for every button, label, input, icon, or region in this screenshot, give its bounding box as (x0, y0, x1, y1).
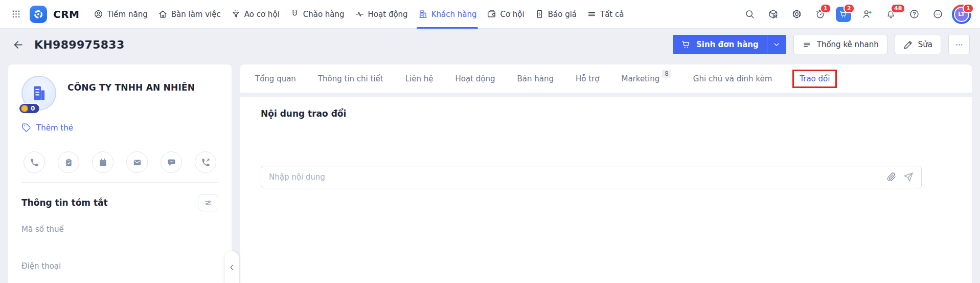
ellipsis-icon (954, 40, 964, 50)
tab-label: Liên hệ (405, 74, 434, 83)
nav-item-chao-hang[interactable]: Chào hàng (285, 0, 350, 29)
calendar-button[interactable] (92, 151, 113, 173)
tab-label: Marketing (621, 74, 659, 83)
add-user-button[interactable] (855, 3, 879, 26)
divider (21, 142, 218, 142)
building-icon (29, 83, 49, 103)
chevron-down-icon (772, 40, 781, 49)
record-code-title: KH989975833 (34, 38, 125, 51)
sms-button[interactable] (161, 151, 182, 173)
attach-file-button[interactable] (887, 172, 896, 182)
record-main-column: Tổng quan Thông tin chi tiết Liên hệ Hoạ… (240, 64, 972, 283)
tab-hoat-dong[interactable]: Hoạt động (453, 70, 496, 88)
opportunity-pool-funnel-icon (231, 9, 241, 19)
quick-action-row (21, 151, 218, 173)
search-button[interactable] (738, 3, 761, 26)
nav-item-label: Báo giá (548, 10, 577, 19)
email-button[interactable] (126, 151, 148, 173)
email-icon (132, 158, 142, 167)
tab-marketing-badge: 8 (662, 70, 671, 78)
settings-button[interactable] (785, 3, 808, 26)
nav-item-hoat-dong[interactable]: Hoạt động (350, 0, 413, 29)
help-button[interactable] (902, 3, 926, 26)
send-message-button[interactable] (903, 172, 914, 182)
summary-config-button[interactable] (198, 194, 218, 211)
record-header: KH989975833 Sinh đơn hàng Thống kê nhanh… (0, 29, 980, 60)
search-icon (744, 9, 755, 19)
lead-person-icon (94, 9, 103, 19)
nav-item-khach-hang[interactable]: Khách hàng (413, 0, 482, 29)
tag-icon (21, 123, 31, 133)
nav-item-co-hoi[interactable]: Cơ hội (482, 0, 529, 29)
user-avatar[interactable]: LT 1 (949, 3, 974, 26)
workspace-home-icon (158, 9, 168, 19)
paperclip-icon (887, 172, 896, 182)
grid-dots-icon (11, 9, 21, 19)
app-launcher-button[interactable] (8, 5, 24, 24)
sliders-icon (203, 198, 213, 208)
tab-label: Tổng quan (255, 74, 296, 83)
cart-button[interactable]: 2 (832, 3, 855, 26)
tab-label: Thông tin chi tiết (318, 74, 383, 83)
quick-stats-label: Thống kê nhanh (817, 40, 879, 49)
generate-order-button[interactable]: Sinh đơn hàng (673, 35, 767, 54)
tab-marketing[interactable]: Marketing 8 (620, 70, 672, 88)
nav-item-tat-ca[interactable]: Tất cả (582, 0, 629, 29)
nav-item-tiem-nang[interactable]: Tiềm năng (88, 0, 152, 29)
avatar-badge: 1 (963, 4, 974, 13)
nav-item-ban-lam-viec[interactable]: Bàn làm việc (153, 0, 226, 29)
quick-stats-button[interactable]: Thống kê nhanh (793, 35, 887, 54)
more-apps-button[interactable] (926, 3, 949, 26)
chevron-left-icon (228, 264, 236, 271)
tab-thong-tin-chi-tiet[interactable]: Thông tin chi tiết (316, 70, 385, 88)
crm-logo[interactable] (30, 6, 47, 23)
help-icon (909, 9, 920, 19)
message-compose-box (261, 166, 922, 188)
activity-pulse-icon (355, 9, 364, 19)
svg-text:$: $ (538, 12, 541, 16)
sms-chat-icon (167, 158, 176, 167)
back-button[interactable] (12, 39, 24, 51)
company-avatar[interactable]: 0 (21, 76, 56, 111)
summary-title: Thông tin tóm tắt (21, 198, 108, 208)
generate-order-dropdown[interactable] (767, 35, 786, 54)
more-actions-button[interactable] (948, 35, 970, 54)
tab-label: Hoạt động (455, 74, 495, 83)
task-clipboard-icon (64, 158, 74, 167)
company-name: CÔNG TY TNHH AN NHIÊN (67, 82, 195, 94)
task-button[interactable] (58, 151, 79, 173)
summary-header: Thông tin tóm tắt (21, 194, 218, 211)
cart-icon (681, 39, 691, 50)
deal-wallet-icon (487, 9, 496, 19)
add-tag-button[interactable]: Thêm thẻ (21, 123, 73, 133)
topnav-actions: 1 2 48 LT 1 (738, 3, 974, 26)
notifications-button[interactable]: 48 (879, 3, 902, 26)
gear-icon (791, 9, 802, 19)
tab-ban-hang[interactable]: Bán hàng (516, 70, 555, 88)
nav-item-label: Hoạt động (368, 10, 408, 19)
call-button[interactable] (24, 151, 45, 173)
message-input[interactable] (269, 172, 880, 182)
field-label-tax-code: Mã số thuế (21, 225, 218, 234)
back-arrow-icon (12, 39, 24, 51)
nav-item-bao-gia[interactable]: $ Báo giá (530, 0, 582, 29)
reminder-button[interactable]: 1 (808, 3, 832, 26)
outbound-call-button[interactable] (195, 151, 216, 173)
tab-ho-tro[interactable]: Hỗ trợ (574, 70, 601, 88)
tab-label: Bán hàng (517, 74, 554, 83)
product-lookup-button[interactable] (761, 3, 785, 26)
tab-ghi-chu[interactable]: Ghi chú và đính kèm (692, 70, 773, 88)
nav-item-label: Tất cả (600, 10, 624, 19)
nav-item-label: Ao cơ hội (244, 10, 280, 19)
nav-item-ao-co-hoi[interactable]: Ao cơ hội (226, 0, 285, 29)
exchange-content-panel: Nội dung trao đổi (240, 97, 972, 283)
coin-icon (21, 105, 28, 112)
record-tabbar: Tổng quan Thông tin chi tiết Liên hệ Hoạ… (240, 64, 972, 93)
cart-badge: 2 (844, 4, 855, 13)
edit-button[interactable]: Sửa (895, 35, 941, 54)
quote-invoice-icon: $ (535, 9, 544, 19)
sidebar-collapse-handle[interactable] (225, 251, 239, 283)
tab-tong-quan[interactable]: Tổng quan (254, 70, 298, 88)
tab-lien-he[interactable]: Liên hệ (404, 70, 435, 88)
tab-trao-doi[interactable]: Trao đổi (792, 70, 837, 88)
